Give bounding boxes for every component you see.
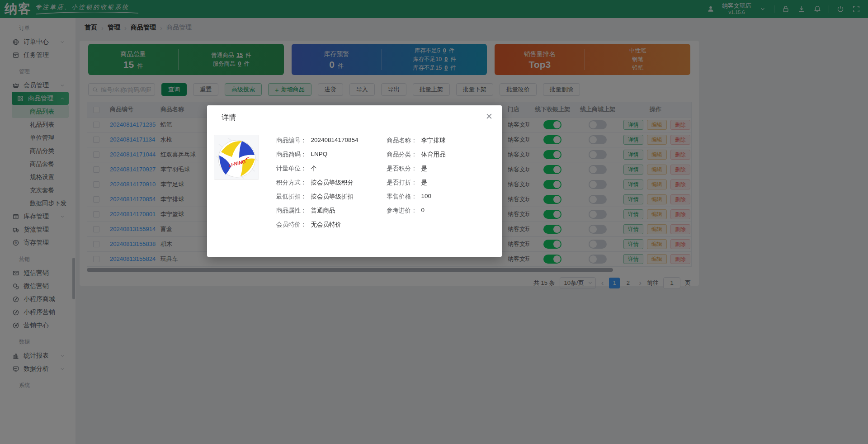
field-value: 无会员特价 [311, 221, 342, 229]
field-label: 是否积分： [387, 165, 417, 173]
field-value: 0 [421, 207, 425, 213]
modal-field: 计量单位：个 [276, 165, 387, 179]
field-value: 按会员等级积分 [311, 179, 354, 187]
modal-field: 是否打折：是 [387, 179, 446, 193]
field-value: 李宁排球 [421, 137, 446, 145]
field-label: 计量单位： [276, 165, 307, 173]
field-label: 零售价格： [387, 193, 417, 201]
modal-field: 商品名称：李宁排球 [387, 137, 446, 151]
field-value: 是 [421, 179, 428, 187]
field-label: 积分方式： [276, 179, 307, 187]
field-label: 商品分类： [387, 151, 417, 159]
field-label: 商品属性： [276, 207, 307, 215]
modal-field: 积分方式：按会员等级积分 [276, 179, 387, 193]
modal-field: 商品编号：20240814170854 [276, 137, 387, 151]
modal-fields-right: 商品名称：李宁排球商品分类：体育用品是否积分：是是否打折：是零售价格：100参考… [387, 137, 446, 235]
modal-field: 商品分类：体育用品 [387, 151, 446, 165]
field-value: 100 [421, 193, 432, 199]
field-value: 是 [421, 165, 428, 173]
modal-fields: 商品编号：20240814170854商品简码：LNPQ计量单位：个积分方式：按… [276, 137, 446, 235]
field-value: 按会员等级折扣 [311, 193, 354, 201]
detail-modal: 详情 ✕ LI-NING 商品编号：20240814170854商品简码：LNP… [207, 105, 502, 257]
field-label: 是否打折： [387, 179, 417, 187]
modal-fields-left: 商品编号：20240814170854商品简码：LNPQ计量单位：个积分方式：按… [276, 137, 387, 235]
modal-field: 商品属性：普通商品 [276, 207, 387, 221]
field-value: 20240814170854 [311, 137, 359, 143]
modal-field: 会员特价：无会员特价 [276, 221, 387, 235]
product-image: LI-NING [214, 135, 259, 180]
modal-field: 零售价格：100 [387, 193, 446, 207]
close-icon[interactable]: ✕ [486, 112, 493, 121]
field-value: 体育用品 [421, 151, 446, 159]
modal-body: LI-NING 商品编号：20240814170854商品简码：LNPQ计量单位… [207, 123, 502, 235]
modal-field: 参考进价：0 [387, 207, 446, 221]
field-value: 个 [311, 165, 317, 173]
field-label: 商品名称： [387, 137, 417, 145]
field-value: LNPQ [311, 151, 328, 157]
field-label: 商品编号： [276, 137, 307, 145]
modal-field: 是否积分：是 [387, 165, 446, 179]
modal-title: 详情 [207, 105, 502, 123]
field-value: 普通商品 [311, 207, 335, 215]
field-label: 商品简码： [276, 151, 307, 159]
field-label: 最低折扣： [276, 193, 307, 201]
modal-field: 商品简码：LNPQ [276, 151, 387, 165]
modal-field: 最低折扣：按会员等级折扣 [276, 193, 387, 207]
field-label: 参考进价： [387, 207, 417, 215]
field-label: 会员特价： [276, 221, 307, 229]
